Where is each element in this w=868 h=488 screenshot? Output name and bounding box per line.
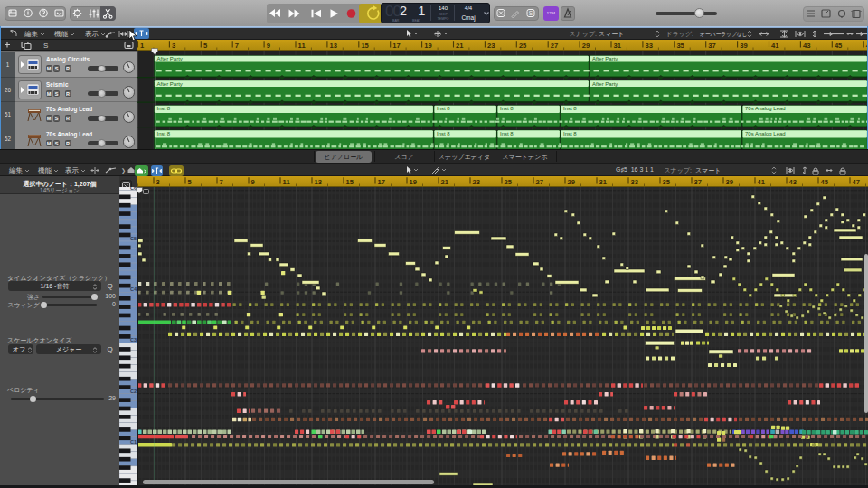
svg-text:Inst 8: Inst 8 xyxy=(563,131,577,136)
svg-text:27: 27 xyxy=(551,42,558,50)
svg-text:27: 27 xyxy=(536,178,543,186)
svg-text:17: 17 xyxy=(392,42,400,50)
svg-text:C5: C5 xyxy=(129,236,136,241)
svg-text:11: 11 xyxy=(283,178,291,186)
svg-text:After Party: After Party xyxy=(592,81,618,87)
svg-text:43: 43 xyxy=(803,42,810,50)
svg-text:Inst 8: Inst 8 xyxy=(500,131,514,136)
svg-text:33: 33 xyxy=(631,178,638,186)
svg-text:70s Analog Lead: 70s Analog Lead xyxy=(745,106,786,111)
svg-text:7: 7 xyxy=(235,42,239,50)
svg-text:After Party: After Party xyxy=(592,56,618,61)
svg-text:35: 35 xyxy=(676,42,684,50)
svg-text:45: 45 xyxy=(835,42,843,50)
svg-text:Inst 8: Inst 8 xyxy=(437,131,450,136)
svg-text:15: 15 xyxy=(361,42,369,50)
svg-text:39: 39 xyxy=(726,178,733,186)
svg-text:35: 35 xyxy=(663,178,671,186)
svg-text:Inst 8: Inst 8 xyxy=(500,106,514,111)
svg-text:21: 21 xyxy=(456,42,464,50)
svg-text:Inst 8: Inst 8 xyxy=(157,131,171,136)
svg-text:13: 13 xyxy=(315,178,322,186)
svg-text:C1: C1 xyxy=(129,439,136,445)
svg-text:29: 29 xyxy=(568,178,575,186)
svg-text:41: 41 xyxy=(771,42,779,50)
svg-text:C2: C2 xyxy=(129,389,136,394)
svg-text:S: S xyxy=(43,42,48,50)
svg-text:43: 43 xyxy=(789,178,797,186)
svg-text:23: 23 xyxy=(487,42,495,50)
svg-text:21: 21 xyxy=(441,178,449,186)
svg-text:29: 29 xyxy=(582,42,590,50)
svg-text:S: S xyxy=(529,10,533,16)
svg-text:31: 31 xyxy=(614,42,622,50)
svg-text:9: 9 xyxy=(251,178,255,186)
svg-text:After Party: After Party xyxy=(157,81,183,87)
svg-text:25: 25 xyxy=(519,42,527,50)
svg-text:45: 45 xyxy=(821,178,829,186)
svg-text:39: 39 xyxy=(740,42,747,50)
svg-text:13: 13 xyxy=(330,42,337,50)
svg-text:41: 41 xyxy=(758,178,766,186)
svg-text:17: 17 xyxy=(378,178,385,186)
svg-text:Inst 8: Inst 8 xyxy=(437,106,450,111)
svg-text:23: 23 xyxy=(473,178,480,186)
svg-text:Inst 8: Inst 8 xyxy=(563,106,577,111)
svg-text:37: 37 xyxy=(708,42,715,50)
svg-text:3: 3 xyxy=(156,178,160,186)
svg-text:C4: C4 xyxy=(129,286,137,292)
svg-text:After Party: After Party xyxy=(157,56,183,61)
svg-text:11: 11 xyxy=(298,42,307,50)
svg-text:33: 33 xyxy=(646,42,653,50)
svg-text:37: 37 xyxy=(694,178,702,186)
svg-text:15: 15 xyxy=(346,178,354,186)
svg-text:7: 7 xyxy=(220,178,223,186)
svg-text:25: 25 xyxy=(505,178,513,186)
svg-text:Inst 8: Inst 8 xyxy=(157,106,171,111)
svg-text:19: 19 xyxy=(424,42,431,50)
svg-text:47: 47 xyxy=(853,178,860,186)
svg-text:19: 19 xyxy=(410,178,417,186)
svg-text:70s Analog Lead: 70s Analog Lead xyxy=(745,131,786,136)
svg-text:9: 9 xyxy=(267,42,270,50)
svg-text:31: 31 xyxy=(599,178,608,186)
svg-text:C3: C3 xyxy=(129,337,136,343)
svg-text:3: 3 xyxy=(172,42,175,50)
